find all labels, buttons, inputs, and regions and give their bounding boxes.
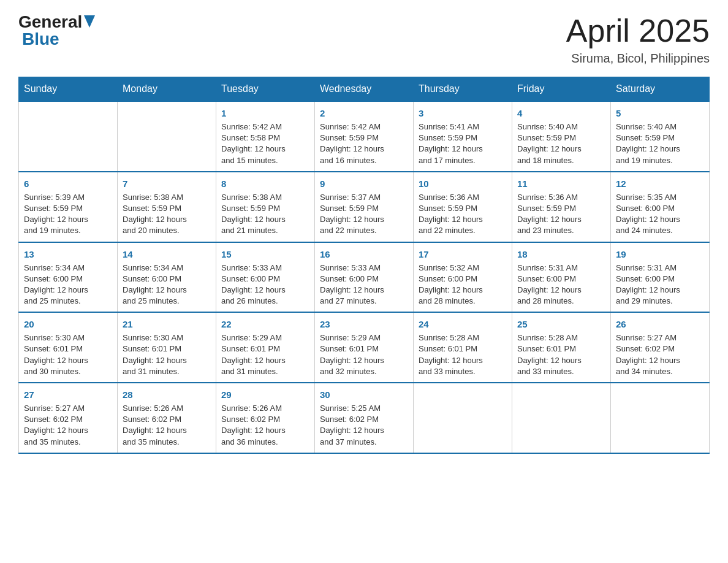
day-info: and 23 minutes. bbox=[517, 225, 605, 236]
calendar-week-1: 1Sunrise: 5:42 AMSunset: 5:58 PMDaylight… bbox=[19, 101, 710, 172]
calendar-header-monday: Monday bbox=[118, 77, 216, 102]
calendar-cell: 27Sunrise: 5:27 AMSunset: 6:02 PMDayligh… bbox=[19, 383, 118, 453]
day-info: Daylight: 12 hours bbox=[517, 355, 605, 366]
day-number: 22 bbox=[221, 318, 309, 331]
day-info: Daylight: 12 hours bbox=[320, 285, 408, 296]
day-number: 23 bbox=[320, 318, 408, 331]
day-info: and 29 minutes. bbox=[616, 296, 704, 307]
day-info: Sunrise: 5:30 AM bbox=[123, 332, 211, 343]
day-info: Sunset: 5:59 PM bbox=[517, 203, 605, 214]
day-info: Daylight: 12 hours bbox=[24, 425, 112, 436]
day-info: Sunrise: 5:41 AM bbox=[419, 121, 507, 132]
day-info: Sunset: 6:02 PM bbox=[123, 414, 211, 425]
calendar-week-3: 13Sunrise: 5:34 AMSunset: 6:00 PMDayligh… bbox=[19, 242, 710, 313]
day-info: Sunrise: 5:29 AM bbox=[221, 332, 309, 343]
day-info: Daylight: 12 hours bbox=[320, 425, 408, 436]
day-number: 4 bbox=[517, 107, 605, 120]
day-info: Daylight: 12 hours bbox=[616, 144, 704, 155]
day-number: 28 bbox=[123, 388, 211, 401]
day-number: 30 bbox=[320, 388, 408, 401]
day-info: Daylight: 12 hours bbox=[221, 285, 309, 296]
day-info: and 26 minutes. bbox=[221, 296, 309, 307]
logo-blue-text: Blue bbox=[22, 29, 59, 48]
calendar-cell: 28Sunrise: 5:26 AMSunset: 6:02 PMDayligh… bbox=[118, 383, 216, 453]
calendar-cell: 9Sunrise: 5:37 AMSunset: 5:59 PMDaylight… bbox=[315, 172, 414, 242]
page-header: General Blue April 2025 Siruma, Bicol, P… bbox=[18, 12, 710, 66]
calendar-cell: 6Sunrise: 5:39 AMSunset: 5:59 PMDaylight… bbox=[19, 172, 118, 242]
calendar-cell: 2Sunrise: 5:42 AMSunset: 5:59 PMDaylight… bbox=[315, 101, 414, 172]
day-info: Sunrise: 5:38 AM bbox=[123, 192, 211, 203]
day-info: and 28 minutes. bbox=[517, 296, 605, 307]
day-info: Sunset: 6:00 PM bbox=[320, 274, 408, 285]
calendar-table: SundayMondayTuesdayWednesdayThursdayFrid… bbox=[18, 77, 710, 454]
day-info: and 17 minutes. bbox=[419, 155, 507, 166]
logo: General Blue bbox=[18, 12, 95, 49]
calendar-header-tuesday: Tuesday bbox=[216, 77, 315, 102]
calendar-cell bbox=[611, 383, 710, 453]
day-info: Sunrise: 5:26 AM bbox=[221, 403, 309, 414]
calendar-cell: 5Sunrise: 5:40 AMSunset: 5:59 PMDaylight… bbox=[611, 101, 710, 172]
day-info: Sunset: 5:59 PM bbox=[123, 203, 211, 214]
calendar-cell: 21Sunrise: 5:30 AMSunset: 6:01 PMDayligh… bbox=[118, 312, 216, 383]
day-info: Sunrise: 5:34 AM bbox=[123, 262, 211, 274]
calendar-cell: 15Sunrise: 5:33 AMSunset: 6:00 PMDayligh… bbox=[216, 242, 315, 313]
logo-arrow-icon bbox=[84, 15, 95, 28]
day-info: Sunset: 6:02 PM bbox=[616, 343, 704, 354]
day-info: Sunset: 6:01 PM bbox=[320, 343, 408, 354]
day-info: Sunset: 6:00 PM bbox=[419, 274, 507, 285]
calendar-cell: 16Sunrise: 5:33 AMSunset: 6:00 PMDayligh… bbox=[315, 242, 414, 313]
calendar-cell: 14Sunrise: 5:34 AMSunset: 6:00 PMDayligh… bbox=[118, 242, 216, 313]
subtitle: Siruma, Bicol, Philippines bbox=[566, 52, 710, 66]
day-info: Sunrise: 5:31 AM bbox=[517, 262, 605, 274]
day-info: Sunset: 5:59 PM bbox=[24, 203, 112, 214]
day-info: Daylight: 12 hours bbox=[419, 214, 507, 225]
day-info: Daylight: 12 hours bbox=[616, 355, 704, 366]
day-info: Sunset: 6:01 PM bbox=[221, 343, 309, 354]
day-info: Sunrise: 5:31 AM bbox=[616, 262, 704, 274]
day-info: and 35 minutes. bbox=[24, 437, 112, 448]
day-info: Daylight: 12 hours bbox=[221, 144, 309, 155]
calendar-week-2: 6Sunrise: 5:39 AMSunset: 5:59 PMDaylight… bbox=[19, 172, 710, 242]
day-number: 8 bbox=[221, 177, 309, 190]
calendar-cell: 13Sunrise: 5:34 AMSunset: 6:00 PMDayligh… bbox=[19, 242, 118, 313]
calendar-cell bbox=[19, 101, 118, 172]
day-info: Sunrise: 5:29 AM bbox=[320, 332, 408, 343]
day-info: and 16 minutes. bbox=[320, 155, 408, 166]
day-info: Sunrise: 5:36 AM bbox=[419, 192, 507, 203]
day-info: Sunrise: 5:28 AM bbox=[419, 332, 507, 343]
day-info: Sunrise: 5:26 AM bbox=[123, 403, 211, 414]
day-number: 24 bbox=[419, 318, 507, 331]
svg-marker-0 bbox=[84, 15, 95, 28]
day-info: Daylight: 12 hours bbox=[320, 355, 408, 366]
day-info: and 25 minutes. bbox=[24, 296, 112, 307]
calendar-cell: 19Sunrise: 5:31 AMSunset: 6:00 PMDayligh… bbox=[611, 242, 710, 313]
day-info: and 19 minutes. bbox=[616, 155, 704, 166]
day-info: Sunset: 5:59 PM bbox=[419, 132, 507, 144]
day-info: Sunset: 5:58 PM bbox=[221, 132, 309, 144]
day-info: Daylight: 12 hours bbox=[123, 214, 211, 225]
day-info: and 30 minutes. bbox=[24, 366, 112, 377]
title-section: April 2025 Siruma, Bicol, Philippines bbox=[566, 12, 710, 66]
day-info: Sunset: 5:59 PM bbox=[616, 132, 704, 144]
day-info: Sunset: 6:01 PM bbox=[419, 343, 507, 354]
day-info: Sunrise: 5:27 AM bbox=[24, 403, 112, 414]
day-info: Sunrise: 5:37 AM bbox=[320, 192, 408, 203]
day-info: and 37 minutes. bbox=[320, 437, 408, 448]
calendar-cell: 25Sunrise: 5:28 AMSunset: 6:01 PMDayligh… bbox=[512, 312, 611, 383]
day-info: Sunset: 5:59 PM bbox=[320, 203, 408, 214]
day-info: Sunset: 6:00 PM bbox=[123, 274, 211, 285]
calendar-header-saturday: Saturday bbox=[611, 77, 710, 102]
day-number: 18 bbox=[517, 248, 605, 261]
day-number: 17 bbox=[419, 248, 507, 261]
day-info: Daylight: 12 hours bbox=[320, 214, 408, 225]
day-info: Sunrise: 5:35 AM bbox=[616, 192, 704, 203]
calendar-week-5: 27Sunrise: 5:27 AMSunset: 6:02 PMDayligh… bbox=[19, 383, 710, 453]
day-number: 26 bbox=[616, 318, 704, 331]
day-info: Sunrise: 5:40 AM bbox=[517, 121, 605, 132]
day-info: Sunset: 5:59 PM bbox=[221, 203, 309, 214]
day-info: Sunrise: 5:32 AM bbox=[419, 262, 507, 274]
day-info: and 22 minutes. bbox=[419, 225, 507, 236]
day-number: 13 bbox=[24, 248, 112, 261]
day-info: Daylight: 12 hours bbox=[221, 425, 309, 436]
day-info: Sunset: 6:02 PM bbox=[24, 414, 112, 425]
